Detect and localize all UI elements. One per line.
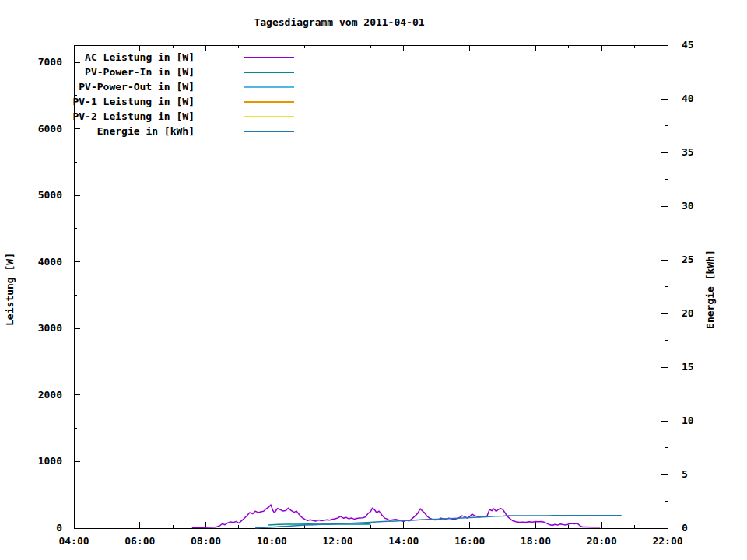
y-left-tick-label: 6000 [38,123,62,135]
legend-label: PV-Power-In in [W] [85,66,195,78]
x-axis-tick-label: 08:00 [191,535,221,547]
y-left-tick-label: 0 [56,522,62,534]
y-left-tick-label: 1000 [38,455,62,467]
y-right-tick-label: 35 [682,146,694,158]
y-left-axis-title: Leistung [W] [4,253,16,326]
y-left-tick-label: 2000 [38,389,62,401]
legend-label: Energie in [kWh] [97,125,195,137]
legend-label: PV-2 Leistung in [W] [72,110,195,122]
gnuplot-chart-canvas: Tagesdiagramm vom 2011-04-01 04:0006:000… [0,0,747,560]
legend-label: PV-Power-Out in [W] [79,81,195,93]
y-right-tick-label: 45 [682,39,694,51]
y-right-tick-label: 10 [682,415,694,426]
day-diagram-plot: 04:0006:0008:0010:0012:0014:0016:0018:00… [0,0,747,560]
y-right-tick-label: 25 [682,254,694,265]
x-axis-tick-label: 14:00 [388,535,419,547]
y-right-axis-title: Energie [kWh] [704,250,716,329]
x-axis-tick-label: 16:00 [454,535,485,547]
legend-label: AC Leistung in [W] [85,51,195,63]
y-right-tick-label: 30 [682,200,694,212]
x-axis-tick-label: 20:00 [587,535,617,547]
x-axis-tick-label: 04:00 [58,535,89,547]
y-left-tick-label: 3000 [38,322,62,334]
x-axis-tick-label: 06:00 [124,535,155,547]
x-axis-tick-label: 12:00 [323,535,353,547]
y-right-tick-label: 0 [682,522,688,534]
x-axis-tick-label: 18:00 [521,535,551,547]
y-right-tick-label: 15 [682,361,694,373]
y-left-tick-label: 4000 [38,256,62,268]
y-right-tick-label: 40 [682,93,694,104]
y-right-tick-label: 20 [682,307,694,319]
x-axis-tick-label: 10:00 [257,535,287,547]
y-left-tick-label: 5000 [38,189,62,201]
legend-label: PV-1 Leistung in [W] [72,96,195,107]
x-axis-tick-label: 22:00 [652,535,682,547]
series-line-6 [255,516,622,528]
y-left-tick-label: 7000 [38,56,62,68]
y-right-tick-label: 5 [682,468,688,480]
